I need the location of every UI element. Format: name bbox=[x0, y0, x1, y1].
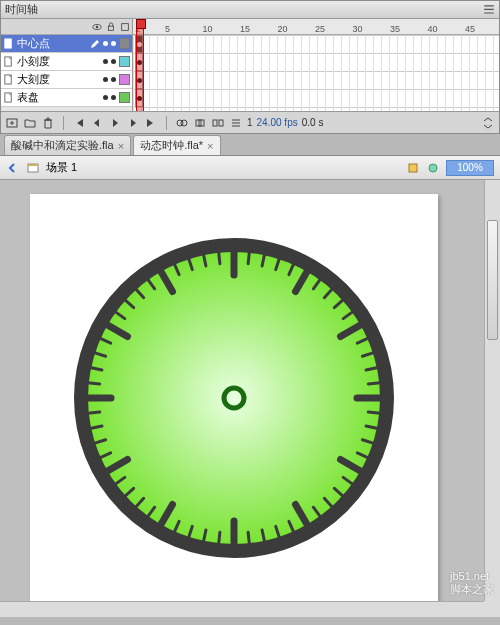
layer-icon bbox=[3, 92, 14, 103]
svg-point-1 bbox=[96, 25, 99, 28]
close-icon[interactable]: × bbox=[207, 140, 213, 152]
color-swatch[interactable] bbox=[119, 74, 130, 85]
svg-rect-2 bbox=[109, 26, 114, 30]
ruler-tick: 5 bbox=[165, 24, 170, 34]
current-frame-label: 1 bbox=[247, 117, 253, 128]
elapsed-time-label: 0.0 s bbox=[302, 117, 324, 128]
scene-icon bbox=[26, 161, 40, 175]
document-tabs: 酸碱中和滴定实验.fla×动态时钟.fla*× bbox=[0, 134, 500, 156]
document-tab[interactable]: 酸碱中和滴定实验.fla× bbox=[4, 135, 131, 155]
layer-icon bbox=[3, 38, 14, 49]
goto-first-icon[interactable] bbox=[72, 116, 86, 130]
svg-line-51 bbox=[219, 532, 220, 544]
svg-line-66 bbox=[88, 383, 100, 384]
document-tab[interactable]: 动态时钟.fla*× bbox=[133, 135, 220, 155]
color-swatch[interactable] bbox=[119, 56, 130, 67]
eye-icon[interactable] bbox=[92, 22, 102, 32]
visibility-dot[interactable] bbox=[103, 59, 108, 64]
svg-rect-3 bbox=[122, 23, 129, 30]
lock-dot[interactable] bbox=[111, 77, 116, 82]
visibility-dot[interactable] bbox=[103, 77, 108, 82]
layer-row[interactable]: 中心点 bbox=[1, 35, 132, 53]
layer-row[interactable]: 表盘 bbox=[1, 89, 132, 107]
edit-multiple-icon[interactable] bbox=[211, 116, 225, 130]
svg-line-79 bbox=[219, 252, 220, 264]
layers-column: 中心点 小刻度 大刻度 表盘 bbox=[1, 19, 133, 111]
outline-icon[interactable] bbox=[120, 22, 130, 32]
frame-grid[interactable] bbox=[133, 35, 499, 111]
timeline-footer: 1 24.00 fps 0.0 s bbox=[1, 111, 499, 133]
lock-dot[interactable] bbox=[111, 59, 116, 64]
layers-column-header bbox=[1, 19, 132, 35]
svg-line-49 bbox=[248, 532, 249, 544]
layer-row[interactable]: 大刻度 bbox=[1, 71, 132, 89]
play-icon[interactable] bbox=[108, 116, 122, 130]
tab-label: 酸碱中和滴定实验.fla bbox=[11, 138, 114, 153]
svg-line-34 bbox=[368, 383, 380, 384]
visibility-dot[interactable] bbox=[103, 41, 108, 46]
onion-skin-outlines-icon[interactable] bbox=[193, 116, 207, 130]
horizontal-scrollbar[interactable] bbox=[0, 601, 484, 617]
zoom-input[interactable] bbox=[446, 160, 494, 176]
stage-area: jb51.net 脚本之家 bbox=[0, 180, 500, 617]
scene-bar: 场景 1 bbox=[0, 156, 500, 180]
watermark-url: jb51.net bbox=[450, 570, 494, 582]
pencil-icon bbox=[90, 39, 100, 49]
timeline-panel: 时间轴 中心点 小刻度 大刻度 表盘 151015202530354045505… bbox=[0, 0, 500, 134]
ruler-tick: 10 bbox=[203, 24, 213, 34]
playhead[interactable] bbox=[136, 19, 144, 111]
svg-point-19 bbox=[81, 245, 387, 551]
watermark: jb51.net 脚本之家 bbox=[450, 570, 494, 597]
stage-canvas[interactable] bbox=[30, 194, 438, 602]
layer-name: 小刻度 bbox=[17, 54, 100, 69]
layer-icon bbox=[3, 56, 14, 67]
fps-label[interactable]: 24.00 fps bbox=[257, 117, 298, 128]
close-icon[interactable]: × bbox=[118, 140, 124, 152]
timeline-header: 时间轴 bbox=[1, 1, 499, 19]
lock-dot[interactable] bbox=[111, 41, 116, 46]
timeline-title: 时间轴 bbox=[5, 2, 38, 17]
clock-graphic[interactable] bbox=[74, 238, 394, 558]
layer-name: 表盘 bbox=[17, 90, 100, 105]
layer-name: 中心点 bbox=[17, 36, 87, 51]
layer-name: 大刻度 bbox=[17, 72, 100, 87]
panel-menu-icon[interactable] bbox=[483, 4, 495, 16]
delete-layer-icon[interactable] bbox=[41, 116, 55, 130]
scroll-corner bbox=[484, 601, 500, 617]
ruler-tick: 20 bbox=[278, 24, 288, 34]
lock-dot[interactable] bbox=[111, 95, 116, 100]
visibility-dot[interactable] bbox=[103, 95, 108, 100]
onion-skin-icon[interactable] bbox=[175, 116, 189, 130]
scene-back-icon[interactable] bbox=[6, 161, 20, 175]
goto-last-icon[interactable] bbox=[144, 116, 158, 130]
svg-line-64 bbox=[88, 412, 100, 413]
svg-point-10 bbox=[181, 120, 187, 126]
scene-label[interactable]: 场景 1 bbox=[46, 160, 77, 175]
color-swatch[interactable] bbox=[119, 38, 130, 49]
step-back-icon[interactable] bbox=[90, 116, 104, 130]
lock-icon[interactable] bbox=[106, 22, 116, 32]
layer-row[interactable]: 小刻度 bbox=[1, 53, 132, 71]
ruler-tick: 35 bbox=[390, 24, 400, 34]
timeline-body: 中心点 小刻度 大刻度 表盘 151015202530354045505560 bbox=[1, 19, 499, 111]
scroll-icon[interactable] bbox=[481, 116, 495, 130]
svg-point-18 bbox=[429, 164, 437, 172]
modify-markers-icon[interactable] bbox=[229, 116, 243, 130]
ruler-tick: 45 bbox=[465, 24, 475, 34]
new-layer-icon[interactable] bbox=[5, 116, 19, 130]
edit-symbol-icon[interactable] bbox=[426, 161, 440, 175]
frame-ruler[interactable]: 151015202530354045505560 bbox=[133, 19, 499, 35]
color-swatch[interactable] bbox=[119, 92, 130, 103]
ruler-tick: 30 bbox=[353, 24, 363, 34]
new-folder-icon[interactable] bbox=[23, 116, 37, 130]
svg-line-36 bbox=[368, 412, 380, 413]
ruler-tick: 15 bbox=[240, 24, 250, 34]
layer-icon bbox=[3, 74, 14, 85]
vertical-scrollbar[interactable] bbox=[484, 180, 500, 601]
tab-label: 动态时钟.fla* bbox=[140, 138, 203, 153]
step-forward-icon[interactable] bbox=[126, 116, 140, 130]
ruler-tick: 25 bbox=[315, 24, 325, 34]
svg-rect-14 bbox=[219, 120, 223, 126]
edit-scene-icon[interactable] bbox=[406, 161, 420, 175]
svg-rect-16 bbox=[28, 164, 38, 166]
